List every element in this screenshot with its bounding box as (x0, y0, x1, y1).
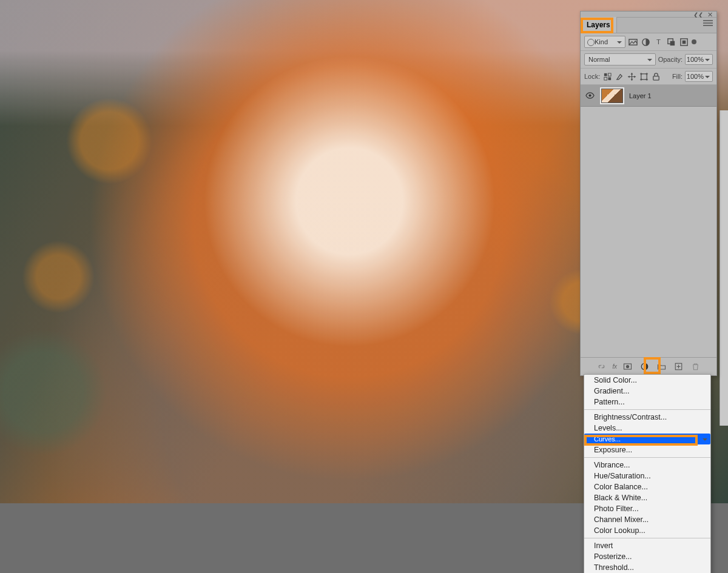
new-group-icon[interactable] (655, 361, 667, 373)
lock-all-icon[interactable] (651, 72, 661, 81)
menu-item[interactable]: Curves... (584, 434, 710, 444)
svg-rect-8 (608, 73, 611, 76)
fill-field[interactable]: 100% (685, 71, 713, 82)
blend-mode-select[interactable]: Normal (584, 53, 656, 65)
menu-item[interactable]: Solid Color... (584, 375, 710, 386)
new-adjustment-layer-icon[interactable] (638, 361, 650, 373)
lock-transparent-icon[interactable] (602, 72, 612, 81)
panel-tab-row: Layers (581, 18, 716, 33)
menu-item[interactable]: Vibrance... (584, 460, 710, 471)
layers-panel: ❮❮ ✕ Layers Kind T Normal Opacity: 100% … (580, 11, 717, 376)
menu-item[interactable]: Exposure... (584, 444, 710, 455)
menu-item[interactable]: Hue/Saturation... (584, 471, 710, 481)
lock-pixels-icon[interactable] (615, 72, 624, 81)
filter-kind-select[interactable]: Kind (584, 36, 625, 48)
layer-row[interactable]: Layer 1 (581, 85, 716, 107)
menu-item[interactable]: Threshold... (584, 562, 710, 573)
menu-item[interactable]: Brightness/Contrast... (584, 412, 710, 423)
layer-name[interactable]: Layer 1 (629, 92, 652, 99)
layer-list[interactable]: Layer 1 (581, 85, 716, 357)
filter-smartobject-icon[interactable] (679, 37, 689, 47)
svg-rect-7 (604, 73, 607, 76)
link-layers-icon[interactable] (596, 361, 608, 373)
menu-item[interactable]: Posterize... (584, 551, 710, 562)
svg-rect-11 (641, 73, 647, 79)
menu-item[interactable]: Invert (584, 540, 710, 551)
menu-item[interactable]: Color Balance... (584, 481, 710, 492)
menu-item[interactable]: Gradient... (584, 386, 710, 397)
menu-item[interactable]: Photo Filter... (584, 503, 710, 514)
panel-menu-icon[interactable] (703, 20, 713, 27)
svg-rect-6 (682, 40, 686, 44)
filter-pixel-icon[interactable] (628, 37, 638, 47)
layer-filter-row: Kind T (581, 33, 716, 51)
menu-item[interactable]: Levels... (584, 423, 710, 434)
lock-fill-row: Lock: Fill: 100% (581, 69, 716, 85)
menu-separator (584, 409, 710, 410)
fill-label: Fill: (672, 73, 682, 80)
svg-rect-4 (670, 41, 675, 45)
visibility-eye-icon[interactable] (585, 90, 595, 101)
svg-point-13 (588, 94, 591, 96)
layer-thumbnail[interactable] (600, 87, 624, 104)
filter-type-icon[interactable]: T (653, 37, 664, 47)
delete-layer-icon[interactable] (689, 361, 701, 373)
adjustment-layer-menu[interactable]: Solid Color...Gradient...Pattern...Brigh… (584, 374, 711, 573)
menu-item[interactable]: Black & White... (584, 492, 710, 503)
lock-label: Lock: (584, 73, 600, 80)
layers-panel-footer: fx (581, 357, 716, 375)
svg-rect-12 (653, 76, 659, 80)
menu-item[interactable]: Channel Mixer... (584, 514, 710, 525)
svg-rect-9 (604, 77, 607, 80)
menu-separator (584, 538, 710, 538)
tab-layers[interactable]: Layers (581, 17, 617, 33)
svg-rect-10 (608, 77, 611, 80)
add-mask-icon[interactable] (621, 361, 633, 373)
svg-point-15 (626, 365, 629, 368)
svg-text:T: T (656, 38, 661, 45)
lock-position-icon[interactable] (627, 72, 636, 81)
filter-toggle-icon[interactable] (692, 39, 696, 44)
menu-item[interactable]: Pattern... (584, 397, 710, 407)
layer-fx-icon[interactable]: fx (613, 363, 617, 370)
blend-opacity-row: Normal Opacity: 100% (581, 51, 716, 69)
opacity-label: Opacity: (658, 56, 682, 63)
menu-item[interactable]: Color Lookup... (584, 525, 710, 536)
lock-artboard-icon[interactable] (639, 72, 649, 81)
filter-adjustment-icon[interactable] (641, 37, 651, 47)
opacity-field[interactable]: 100% (685, 54, 713, 65)
filter-shape-icon[interactable] (666, 37, 676, 47)
new-layer-icon[interactable] (672, 361, 684, 373)
menu-separator (584, 457, 710, 458)
window-scrollbar[interactable] (720, 110, 728, 426)
